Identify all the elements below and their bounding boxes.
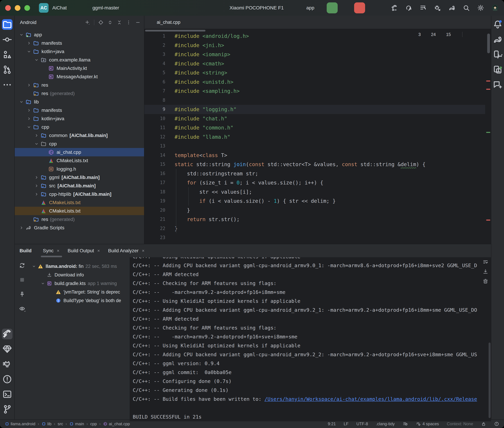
tree-item-kotlin-java[interactable]: kotlin+java: [15, 47, 144, 56]
build-tab-build-analyzer[interactable]: Build Analyzer: [104, 244, 149, 257]
tree-item-manifests[interactable]: manifests: [15, 39, 144, 47]
tree-item-kotlin-java[interactable]: kotlin+java: [15, 115, 144, 123]
chevron-down-icon[interactable]: [25, 125, 33, 129]
status-widget[interactable]: [481, 421, 486, 427]
chevron-down-icon[interactable]: [33, 142, 40, 146]
pull-requests-tool-button[interactable]: [2, 64, 13, 75]
tree-item-cmakelists-txt[interactable]: CMakeLists.txt: [15, 198, 144, 207]
minimize-window-button[interactable]: [15, 5, 20, 11]
breadcrumb-item[interactable]: main: [69, 421, 84, 426]
tree-item-com-example-llama[interactable]: com.example.llama: [15, 56, 144, 64]
status-widget-4-spaces[interactable]: 4 spaces: [416, 421, 439, 427]
status-widget[interactable]: [494, 421, 499, 427]
editor-scrollbar[interactable]: [485, 29, 491, 244]
scrollbar-thumb[interactable]: [487, 33, 490, 53]
breadcrumb-item[interactable]: llama.android: [5, 421, 35, 426]
run-configuration-selector[interactable]: app: [296, 4, 322, 12]
commit-tool-button[interactable]: [2, 34, 13, 45]
breadcrumb-item[interactable]: cpp: [90, 421, 97, 426]
project-selector[interactable]: AiChat: [51, 5, 74, 11]
rerun-button[interactable]: [19, 262, 26, 269]
tree-item-res[interactable]: res(generated): [15, 89, 144, 98]
chevron-right-icon[interactable]: [33, 192, 40, 197]
breadcrumb-item[interactable]: lib: [42, 421, 51, 426]
scroll-to-end-button[interactable]: [482, 269, 488, 275]
tree-item-manifests[interactable]: manifests: [15, 106, 144, 115]
more-run-options-button[interactable]: [370, 4, 379, 12]
tree-item-logging-h[interactable]: logging.h: [15, 165, 144, 173]
options-kebab-icon[interactable]: [470, 248, 476, 254]
running-devices-tool-button[interactable]: [492, 64, 503, 75]
status-widget--clang-tidy[interactable]: .clang-tidy: [376, 421, 395, 426]
build-console[interactable]: C/C++: -- Using KleidiAI optimized kerne…: [130, 257, 491, 421]
status-widget-9-21[interactable]: 9:21: [328, 421, 336, 426]
device-manager-tool-button[interactable]: [492, 49, 503, 60]
close-icon[interactable]: [97, 249, 101, 253]
attach-debugger-button[interactable]: [434, 4, 441, 12]
structure-tool-button[interactable]: [2, 49, 13, 60]
tree-item-lib[interactable]: lib: [15, 98, 144, 106]
project-tool-button[interactable]: [2, 19, 13, 30]
build-tab-build-output[interactable]: Build Output: [64, 244, 104, 257]
tree-item-res[interactable]: res: [15, 81, 144, 89]
build-tab-sync[interactable]: Sync: [39, 244, 64, 257]
tree-item-common[interactable]: common[AiChat.lib.main]: [15, 131, 144, 140]
build-tree-item[interactable]: llama.android:finished22 sec, 583 ms: [29, 262, 130, 271]
build-tree-item[interactable]: BuildType 'debug' is both de: [29, 296, 130, 305]
more-tool-button[interactable]: [2, 80, 13, 90]
breadcrumb-item[interactable]: ai_chat.cpp: [103, 421, 130, 426]
tree-item-gradle-scripts[interactable]: Gradle Scripts: [15, 223, 144, 232]
terminal-tool-button[interactable]: [2, 389, 13, 400]
add-icon[interactable]: [85, 20, 90, 25]
tree-item-cpp[interactable]: cpp: [15, 140, 144, 148]
chevron-right-icon[interactable]: [33, 133, 40, 138]
build-tree-item[interactable]: Download info: [29, 271, 130, 279]
vcs-branch-selector[interactable]: ggml-master: [84, 5, 126, 11]
project-view-selector[interactable]: Android: [20, 20, 36, 25]
chevron-down-icon[interactable]: [33, 58, 40, 62]
kebab-icon[interactable]: [126, 20, 131, 25]
gradle-sync-button[interactable]: [448, 4, 456, 12]
tree-item-res[interactable]: res(generated): [15, 215, 144, 223]
build-tree-item[interactable]: 'jvmTarget: String' is deprec: [29, 288, 130, 296]
clear-all-button[interactable]: [482, 278, 488, 284]
console-scrollbar-thumb[interactable]: [488, 343, 491, 418]
tree-item-messageadapter-kt[interactable]: MessageAdapter.kt: [15, 73, 144, 81]
editor-tab-ai-chat-cpp[interactable]: ai_chat.cpp: [144, 16, 191, 29]
app-insights-tool-button[interactable]: [2, 344, 13, 354]
code-editor[interactable]: 1234567891011121314151617181920212223 #i…: [144, 29, 491, 244]
tree-item-src[interactable]: src[AiChat.lib.main]: [15, 181, 144, 190]
gemini-tool-button[interactable]: [492, 80, 503, 90]
inspections-widget[interactable]: 3 24 15: [411, 32, 470, 37]
expand-all-icon[interactable]: [107, 20, 113, 25]
chevron-down-icon[interactable]: [39, 281, 46, 286]
build-output-path-link[interactable]: /Users/hanyin/Workspace/ai-chat/examples…: [265, 396, 477, 402]
build-tree-item[interactable]: build.gradle.ktsapp 1 warning: [29, 279, 130, 288]
status-widget-utf-8[interactable]: UTF-8: [356, 421, 368, 426]
status-widget-lf[interactable]: LF: [344, 421, 349, 426]
chevron-down-icon[interactable]: [18, 100, 25, 104]
locate-icon[interactable]: [98, 20, 103, 25]
status-widget[interactable]: [403, 421, 408, 427]
hide-icon[interactable]: [135, 20, 141, 25]
status-widget-context-none[interactable]: Context: None: [447, 421, 473, 426]
build-tool-button[interactable]: [2, 329, 13, 339]
tree-item-cmakelists-txt[interactable]: CMakeLists.txt: [15, 207, 144, 215]
prev-problem-icon[interactable]: [454, 32, 459, 37]
chevron-right-icon[interactable]: [25, 108, 33, 113]
tree-item-cpp-httplib[interactable]: cpp-httplib[AiChat.lib.main]: [15, 190, 144, 198]
rerun-app-button[interactable]: [327, 2, 338, 13]
settings-button[interactable]: [477, 4, 485, 12]
stop-app-button[interactable]: [354, 2, 365, 13]
tree-item-cmakelists-txt[interactable]: CMakeLists.txt: [15, 156, 144, 165]
tree-item-app[interactable]: app: [15, 31, 144, 39]
close-icon[interactable]: [183, 20, 187, 24]
tree-item-mainactivity-kt[interactable]: MainActivity.kt: [15, 64, 144, 73]
chevron-right-icon[interactable]: [25, 83, 33, 87]
breadcrumb-item[interactable]: src: [58, 421, 63, 426]
tab-options-kebab-icon[interactable]: [482, 19, 487, 25]
tree-item-ggml[interactable]: ggml[AiChat.lib.main]: [15, 173, 144, 181]
version-control-tool-button[interactable]: [2, 404, 13, 415]
debug-app-button[interactable]: [343, 6, 349, 10]
close-window-button[interactable]: [5, 5, 11, 11]
